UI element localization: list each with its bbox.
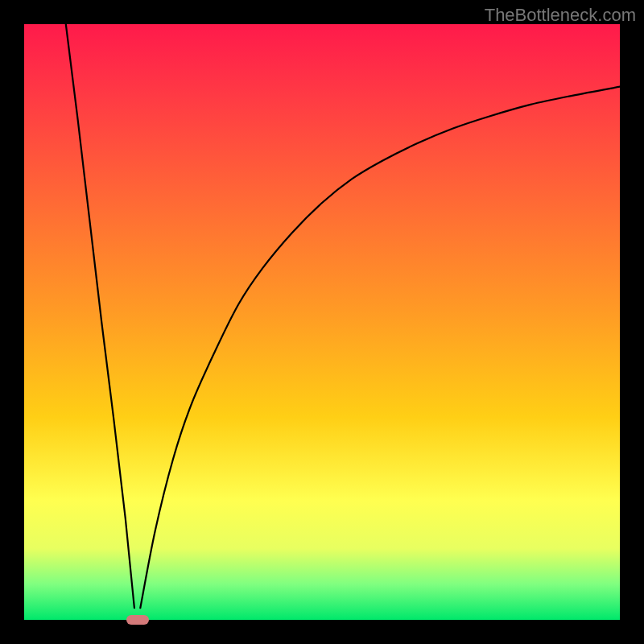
chart-frame: TheBottleneck.com	[0, 0, 644, 644]
min-marker	[126, 615, 149, 625]
bottleneck-curve	[24, 24, 620, 620]
plot-area	[24, 24, 620, 620]
curve-path	[66, 24, 620, 608]
watermark-text: TheBottleneck.com	[485, 5, 636, 26]
